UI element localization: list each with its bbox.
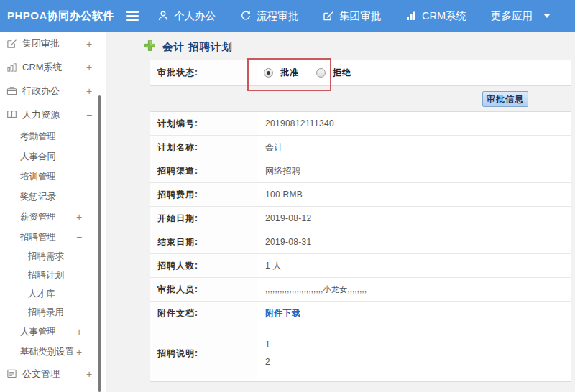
field-value: 20190812111340 [257, 112, 571, 135]
sidebar: 集团审批 + CRM系统 + 行政办公 + 人力资源 − 考勤管理 人事合同 培… [0, 32, 106, 392]
nav-crm-system[interactable]: CRM系统 [405, 9, 466, 23]
attachment-download-link[interactable]: 附件下载 [265, 307, 300, 319]
expand-icon[interactable]: + [76, 326, 82, 337]
expand-icon[interactable]: + [76, 346, 82, 358]
field-label: 附件文档: [150, 302, 257, 325]
sidebar-item-admin-office[interactable]: 行政办公 + [0, 79, 106, 103]
field-label: 开始日期: [150, 207, 257, 230]
table-row: 附件文档: 附件下载 [150, 302, 571, 325]
recruit-plan-detail-table: 计划编号: 20190812111340 计划名称: 会计 招聘渠道: 网络招聘… [150, 111, 571, 382]
table-row: 计划编号: 20190812111340 [150, 112, 571, 136]
approval-info-button[interactable]: 审批信息 [482, 91, 528, 107]
reject-radio[interactable] [316, 68, 326, 78]
sidebar-item-recruit-hire[interactable]: 招聘录用 [0, 303, 106, 322]
edit-icon [323, 10, 334, 22]
expand-icon[interactable]: + [86, 368, 92, 380]
sidebar-item-salary[interactable]: 薪资管理 + [0, 207, 106, 227]
caret-down-icon [543, 14, 551, 18]
sidebar-item-recruit-plan[interactable]: 招聘计划 [0, 266, 106, 284]
edit-square-icon [6, 38, 19, 49]
approve-radio[interactable] [264, 68, 273, 78]
field-value: 附件下载 [257, 302, 571, 325]
person-icon [157, 10, 169, 22]
field-value: 100 RMB [257, 183, 571, 206]
collapse-icon[interactable]: − [76, 231, 82, 243]
document-icon [6, 368, 19, 379]
bar-chart-icon [6, 62, 19, 73]
page-header: 会计 招聘计划 [144, 39, 233, 55]
field-label: 审批状态: [150, 60, 257, 85]
book-icon [6, 109, 19, 120]
expand-icon[interactable]: + [76, 211, 82, 223]
nav-item-label: CRM系统 [422, 9, 466, 23]
expand-icon[interactable]: + [86, 85, 92, 97]
table-row: 招聘人数: 1 人 [150, 254, 571, 278]
field-value: 网络招聘 [257, 159, 571, 182]
nav-personal-office[interactable]: 个人办公 [157, 9, 216, 23]
page-title: 会计 招聘计划 [162, 40, 233, 54]
sidebar-item-training[interactable]: 培训管理 [0, 167, 106, 187]
field-value: 1 人 [257, 254, 571, 277]
sidebar-item-personnel[interactable]: 人事管理 + [0, 322, 106, 342]
field-label: 招聘说明: [150, 325, 257, 381]
table-row: 招聘说明: 1 2 [150, 325, 571, 381]
table-row: 计划名称: 会计 [150, 136, 571, 159]
refresh-icon [240, 10, 252, 22]
sidebar-item-attendance[interactable]: 考勤管理 [0, 126, 106, 146]
sidebar-item-hr[interactable]: 人力资源 − [0, 103, 106, 126]
field-value: 2019-08-12 [257, 207, 571, 230]
nav-process-approval[interactable]: 流程审批 [240, 9, 298, 23]
sidebar-item-base-category[interactable]: 基础类别设置 + [0, 342, 106, 362]
nav-item-label: 流程审批 [257, 9, 298, 23]
main-content: 会计 招聘计划 审批状态: 批准 拒绝 审批信息 计划编号: 201908121… [106, 32, 575, 392]
description-line: 2 [265, 357, 270, 367]
briefcase-icon [6, 85, 19, 96]
field-label: 招聘费用: [150, 183, 257, 206]
description-line: 1 [265, 340, 270, 350]
hamburger-menu-icon[interactable] [126, 11, 139, 21]
field-label: 招聘渠道: [150, 159, 257, 182]
nav-item-label: 个人办公 [174, 9, 216, 23]
reject-radio-label[interactable]: 拒绝 [333, 67, 351, 79]
nav-item-label: 集团审批 [339, 9, 381, 23]
plus-icon [144, 39, 156, 55]
field-value: 会计 [257, 136, 571, 159]
sidebar-item-recruit-demand[interactable]: 招聘需求 [0, 247, 106, 266]
table-row: 招聘费用: 100 RMB [150, 183, 571, 207]
sidebar-item-crm[interactable]: CRM系统 + [0, 55, 106, 79]
field-label: 审批人员: [150, 278, 257, 301]
sidebar-scrollbar[interactable] [98, 95, 101, 392]
nav-more-apps[interactable]: 更多应用 [491, 9, 551, 23]
topbar-nav: 个人办公 流程审批 集团审批 CRM系统 更多应用 [157, 9, 575, 23]
sidebar-item-documents[interactable]: 公文管理 + [0, 362, 106, 386]
expand-icon[interactable]: + [86, 38, 92, 50]
sidebar-item-group-approval[interactable]: 集团审批 + [0, 32, 106, 55]
sidebar-item-recruitment[interactable]: 招聘管理 − [0, 227, 106, 247]
field-label: 计划编号: [150, 112, 257, 135]
bar-chart-icon [405, 10, 417, 22]
field-value: 2019-08-31 [257, 230, 571, 253]
table-row: 开始日期: 2019-08-12 [150, 207, 571, 230]
sidebar-item-rewards[interactable]: 奖惩记录 [0, 187, 106, 207]
table-row: 结束日期: 2019-08-31 [150, 230, 571, 254]
field-value: 1 2 [257, 325, 571, 381]
sidebar-item-talent-pool[interactable]: 人才库 [0, 284, 106, 303]
nav-group-approval[interactable]: 集团审批 [323, 9, 381, 23]
approval-status-radio-group: 批准 拒绝 [257, 67, 362, 79]
field-label: 结束日期: [150, 230, 257, 253]
topbar: PHPOA协同办公软件 个人办公 流程审批 集团审批 CRM系统 [0, 0, 575, 32]
table-row: 招聘渠道: 网络招聘 [150, 159, 571, 183]
sidebar-item-hr-contract[interactable]: 人事合同 [0, 146, 106, 167]
collapse-icon[interactable]: − [86, 109, 92, 121]
nav-item-label: 更多应用 [491, 9, 533, 23]
app-logo: PHPOA协同办公软件 [0, 9, 126, 23]
approval-status-row: 审批状态: 批准 拒绝 [150, 60, 571, 86]
approve-radio-label[interactable]: 批准 [280, 67, 299, 79]
expand-icon[interactable]: + [86, 62, 92, 73]
sidebar-item-vehicle[interactable]: 用车管理 + [0, 386, 106, 392]
field-label: 计划名称: [150, 136, 257, 159]
table-row: 审批人员: ,,,,,,,,,,,,,,,,,,,,,,,,小龙女,,,,,,,… [150, 278, 571, 302]
field-value: ,,,,,,,,,,,,,,,,,,,,,,,,小龙女,,,,,,,, [257, 278, 571, 301]
field-label: 招聘人数: [150, 254, 257, 277]
